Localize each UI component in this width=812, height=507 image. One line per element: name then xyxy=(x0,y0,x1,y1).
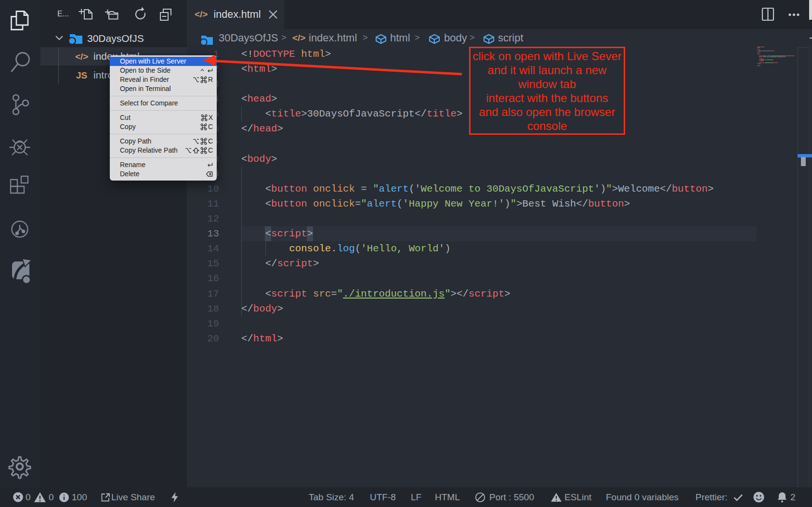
svg-text:</>: </> xyxy=(75,52,88,62)
svg-text:JS: JS xyxy=(76,70,87,80)
svg-text:30DaysOfJS: 30DaysOfJS xyxy=(87,33,144,44)
